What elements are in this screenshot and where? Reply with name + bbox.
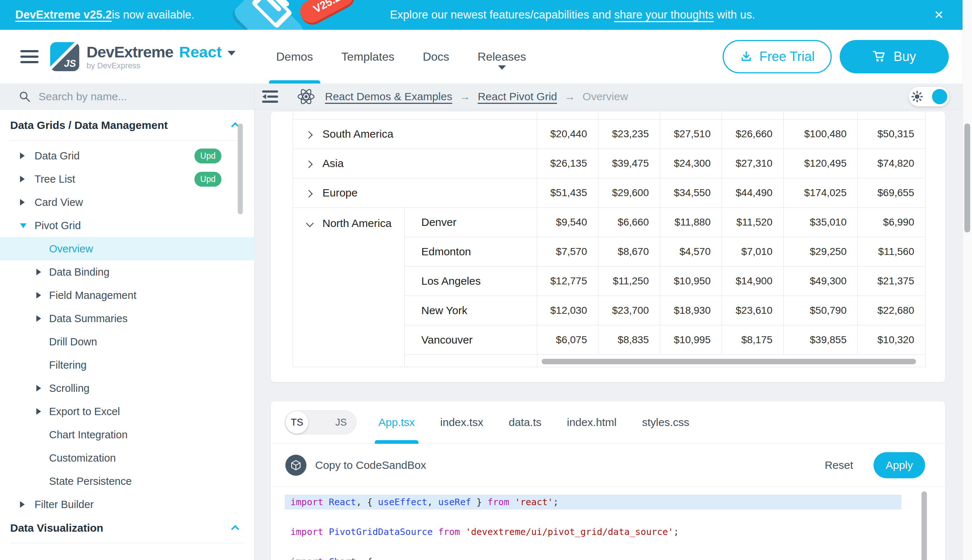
chevron-up-icon[interactable] (231, 525, 239, 533)
brand-block[interactable]: DevExtreme React by DevExpress (87, 43, 236, 70)
pivot-value-cell: $9,540 (537, 208, 598, 237)
collapse-arrow-icon[interactable] (20, 223, 27, 228)
sidebar-item-tree-list[interactable]: Tree ListUpd (0, 167, 254, 191)
nav-item-label: Demos (276, 50, 313, 63)
breadcrumb-separator: → (460, 90, 470, 103)
code-token: } (471, 497, 487, 507)
code-editor[interactable]: import React, { useEffect, useRef } from… (271, 487, 945, 560)
sidebar-section-data-visualization[interactable]: Data Visualization (0, 516, 254, 540)
language-toggle[interactable]: TS JS (284, 410, 356, 434)
language-option-js[interactable]: JS (335, 417, 347, 428)
sidebar-item-filter-builder[interactable]: Filter Builder (0, 493, 254, 516)
code-token: useRef (438, 497, 471, 507)
code-toolbar: Copy to CodeSandBox Reset Apply (271, 444, 945, 487)
pivot-region-cell-europe[interactable]: Europe (293, 178, 537, 208)
expand-arrow-icon[interactable] (36, 315, 41, 322)
framework-caret-icon[interactable] (228, 51, 236, 55)
tab-index-html[interactable]: index.html (567, 401, 617, 444)
sidebar-item-label: Customization (49, 452, 116, 464)
code-line[interactable] (284, 510, 902, 524)
page-scrollbar-thumb[interactable] (964, 123, 970, 232)
sidebar-item-pivot-grid[interactable]: Pivot Grid (0, 214, 254, 237)
hamburger-menu-icon[interactable] (20, 47, 39, 67)
pivot-value-cell: $50,315 (858, 120, 925, 149)
expand-arrow-icon[interactable] (20, 501, 25, 508)
sidebar-item-overview[interactable]: Overview (0, 237, 254, 260)
sidebar-item-data-summaries[interactable]: Data Summaries (0, 307, 254, 330)
sidebar-section-label: Data Visualization (10, 522, 103, 534)
expand-arrow-icon[interactable] (36, 385, 41, 392)
expand-arrow-icon[interactable] (20, 199, 25, 205)
sidebar-item-chart-integration[interactable]: Chart Integration (0, 423, 254, 446)
nav-item-docs[interactable]: Docs (423, 30, 449, 83)
pivot-city-cell-denver[interactable]: Denver (405, 208, 537, 237)
sidebar-item-data-binding[interactable]: Data Binding (0, 260, 254, 283)
chevron-right-icon[interactable] (305, 190, 313, 198)
main-nav: DemosTemplatesDocsReleases (276, 30, 555, 83)
nav-item-templates[interactable]: Templates (341, 30, 395, 83)
banner-close-icon[interactable]: ✕ (934, 0, 944, 30)
expand-arrow-icon[interactable] (36, 269, 41, 275)
tab-index-tsx[interactable]: index.tsx (440, 401, 483, 444)
sidebar-item-label: Data Summaries (49, 313, 127, 325)
sidebar-item-filtering[interactable]: Filtering (0, 353, 254, 377)
language-option-ts[interactable]: TS (285, 417, 309, 428)
sidebar-item-export-to-excel[interactable]: Export to Excel (0, 400, 254, 423)
pivot-value-cell: $23,235 (598, 120, 660, 149)
chevron-right-icon[interactable] (305, 160, 313, 168)
sidebar-item-customization[interactable]: Customization (0, 446, 254, 470)
theme-toggle[interactable] (909, 87, 949, 107)
free-trial-button[interactable]: Free Trial (723, 40, 832, 73)
sidebar-item-card-view[interactable]: Card View (0, 191, 254, 214)
tab-styles-css[interactable]: styles.css (642, 401, 689, 444)
copy-to-codesandbox-label[interactable]: Copy to CodeSandBox (315, 459, 426, 472)
devextreme-js-logo[interactable]: JS (50, 42, 79, 71)
banner-version-link[interactable]: DevExtreme v25.2 (15, 8, 112, 22)
code-line[interactable]: import PivotGridDataSource from 'devextr… (284, 524, 902, 539)
collapse-sidebar-icon[interactable] (259, 89, 281, 104)
pivot-city-cell-vancouver[interactable]: Vancouver (405, 325, 537, 355)
search-input[interactable] (38, 90, 220, 103)
expand-arrow-icon[interactable] (20, 153, 25, 159)
code-line[interactable]: import Chart, { (284, 554, 902, 560)
tab-data-ts[interactable]: data.ts (509, 401, 541, 444)
apply-button[interactable]: Apply (873, 452, 925, 478)
breadcrumb-react-pivot-grid[interactable]: React Pivot Grid (478, 90, 557, 103)
codesandbox-icon[interactable] (285, 455, 306, 476)
pivot-city-cell-los-angeles[interactable]: Los Angeles (405, 267, 537, 296)
sun-icon (911, 90, 923, 103)
sidebar-item-scrolling[interactable]: Scrolling (0, 377, 254, 400)
breadcrumb-react-demos-examples[interactable]: React Demos & Examples (325, 90, 452, 103)
sidebar-item-field-management[interactable]: Field Management (0, 283, 254, 307)
chevron-right-icon[interactable] (305, 131, 313, 139)
expand-arrow-icon[interactable] (36, 408, 41, 415)
pivot-region-cell-north-america[interactable]: North America (293, 208, 405, 367)
buy-button[interactable]: Buy (840, 40, 949, 73)
sidebar-item-state-persistence[interactable]: State Persistence (0, 470, 254, 493)
nav-item-releases[interactable]: Releases (478, 30, 526, 83)
tab-app-tsx[interactable]: App.tsx (378, 401, 415, 444)
sidebar-item-label: Export to Excel (49, 406, 120, 418)
pivot-city-cell-edmonton[interactable]: Edmonton (405, 237, 537, 267)
code-line[interactable] (284, 539, 902, 554)
pivot-region-cell-asia[interactable]: Asia (293, 149, 537, 178)
expand-arrow-icon[interactable] (20, 176, 25, 182)
pivot-horizontal-scrollbar[interactable] (542, 359, 916, 364)
expand-arrow-icon[interactable] (36, 292, 41, 298)
code-scrollbar[interactable] (922, 492, 927, 560)
share-thoughts-link[interactable]: share your thoughts (614, 8, 714, 22)
sidebar-scrollbar[interactable] (238, 123, 243, 214)
pivot-value-cell: $35,010 (784, 208, 858, 237)
pivot-region-cell-south-america[interactable]: South America (293, 120, 537, 149)
code-line[interactable]: import React, { useEffect, useRef } from… (284, 495, 902, 510)
nav-item-demos[interactable]: Demos (276, 30, 313, 83)
chevron-down-icon[interactable] (306, 219, 314, 227)
pivot-city-cell-new-york[interactable]: New York (405, 296, 537, 325)
sidebar-section-data-grids-data-management[interactable]: Data Grids / Data Management (0, 113, 254, 137)
reset-button[interactable]: Reset (825, 459, 853, 472)
sidebar-item-data-grid[interactable]: Data GridUpd (0, 144, 254, 167)
sidebar-item-drill-down[interactable]: Drill Down (0, 330, 254, 353)
pivot-value-cell: $69,655 (858, 178, 925, 208)
theme-toggle-knob[interactable] (932, 89, 947, 104)
pivot-value-cell: $12,030 (537, 296, 598, 325)
